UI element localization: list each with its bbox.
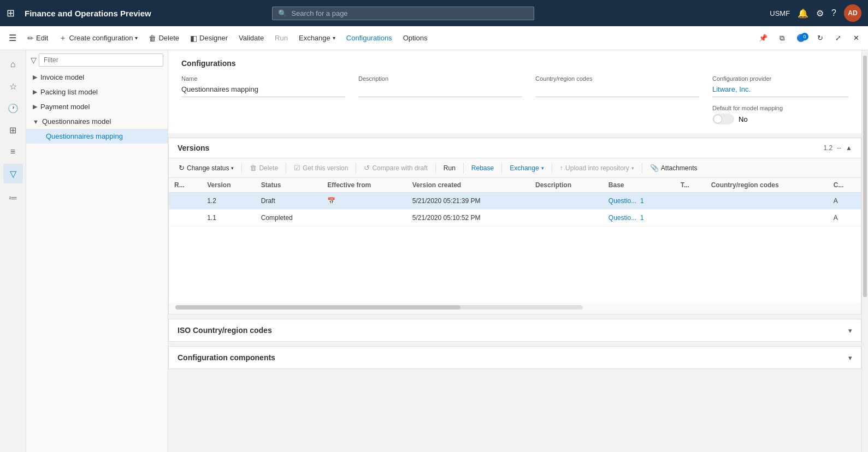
compare-with-draft-button[interactable]: ↺ Compare with draft: [359, 162, 432, 174]
versions-collapse-icon[interactable]: ▲: [846, 144, 852, 152]
edit-button[interactable]: ✏ Edit: [23, 32, 52, 45]
cell-status: Draft: [256, 193, 322, 210]
provider-field: Configuration provider Litware, Inc. Def…: [712, 75, 848, 124]
change-status-button[interactable]: ↻ Change status ▾: [174, 162, 238, 174]
delete-button[interactable]: 🗑 Delete: [144, 32, 184, 45]
edit-icon: ✏: [27, 34, 34, 43]
table-row[interactable]: 1.2 Draft 📅 5/21/2020 05:21:39 PM Questi…: [169, 193, 861, 210]
settings-icon[interactable]: ⚙: [816, 8, 824, 19]
name-value: Questionnaires mapping: [181, 84, 345, 97]
help-icon[interactable]: ?: [831, 8, 836, 18]
notifications-icon[interactable]: 🔔: [798, 8, 808, 19]
base-link[interactable]: Questio...: [609, 214, 636, 222]
username-label: USMF: [770, 9, 790, 17]
hamburger-btn[interactable]: ☰: [4, 31, 21, 45]
command-bar: ☰ ✏ Edit ＋ Create configuration ▾ 🗑 Dele…: [0, 26, 868, 50]
toolbar-divider: [241, 163, 242, 174]
tree-filter-input[interactable]: [39, 53, 163, 67]
star-icon[interactable]: ☆: [3, 76, 23, 96]
attachments-button[interactable]: 📎 Attachments: [646, 162, 702, 174]
toolbar-divider5: [463, 163, 464, 174]
country-label: Country/region codes: [535, 75, 699, 82]
avatar[interactable]: AD: [844, 4, 861, 22]
attachment-icon: 📎: [650, 164, 659, 172]
versions-dash: --: [837, 144, 841, 152]
right-scrollbar[interactable]: [861, 50, 868, 452]
notification-badge: 0: [801, 33, 808, 40]
table-row[interactable]: 1.1 Completed 5/21/2020 05:10:52 PM Ques…: [169, 210, 861, 227]
name-field: Name Questionnaires mapping: [181, 75, 345, 97]
badge-btn[interactable]: 🔵 0: [792, 32, 810, 44]
bars-icon[interactable]: ≔: [3, 188, 23, 207]
options-button[interactable]: Options: [399, 32, 432, 44]
grid-icon[interactable]: ⊞: [3, 120, 23, 140]
validate-button[interactable]: Validate: [234, 32, 268, 44]
cell-version-created: 5/21/2020 05:10:52 PM: [407, 210, 530, 227]
toolbar-divider6: [501, 163, 502, 174]
col-base: Base: [603, 178, 675, 193]
dropdown-arrow-icon: ▾: [135, 35, 138, 41]
configurations-button[interactable]: Configurations: [342, 32, 397, 44]
rebase-button[interactable]: Rebase: [467, 162, 498, 174]
cell-c: A: [828, 210, 861, 227]
col-description: Description: [530, 178, 603, 193]
upload-icon: ↑: [560, 164, 564, 172]
designer-icon: ◧: [190, 34, 197, 43]
exchange-button[interactable]: Exchange ▾: [294, 32, 340, 44]
provider-value[interactable]: Litware, Inc.: [712, 84, 848, 97]
tree-item-label: Questionnaires model: [42, 117, 111, 126]
create-config-button[interactable]: ＋ Create configuration ▾: [55, 31, 142, 45]
config-form-grid: Name Questionnaires mapping Description …: [181, 75, 848, 124]
search-bar[interactable]: 🔍 Search for a page: [272, 7, 534, 20]
tree-item-packing-list-model[interactable]: ▶ Packing list model: [26, 85, 168, 99]
list-icon[interactable]: ≡: [3, 142, 23, 162]
tree-item-questionnaires-model[interactable]: ▼ Questionnaires model: [26, 114, 168, 129]
upload-dropdown-icon: ▾: [631, 165, 634, 171]
base-num-link[interactable]: 1: [640, 197, 644, 205]
default-mapping-toggle[interactable]: [712, 114, 734, 124]
versions-delete-icon: 🗑: [250, 164, 257, 172]
col-version: Version: [202, 178, 256, 193]
close-button[interactable]: ✕: [849, 32, 864, 44]
tree-item-questionnaires-mapping[interactable]: Questionnaires mapping: [26, 129, 168, 144]
tree-item-invoice-model[interactable]: ▶ Invoice model: [26, 70, 168, 85]
versions-delete-button[interactable]: 🗑 Delete: [245, 162, 282, 174]
resize-handle[interactable]: [168, 50, 168, 452]
country-value: [535, 84, 699, 97]
designer-button[interactable]: ◧ Designer: [186, 32, 232, 45]
cell-t: [675, 193, 706, 210]
calendar-icon: 📅: [327, 197, 335, 205]
default-mapping-label: Default for model mapping: [712, 105, 848, 111]
toolbar-divider7: [552, 163, 552, 174]
get-this-version-button[interactable]: ☑ Get this version: [290, 162, 352, 174]
clock-icon[interactable]: 🕐: [3, 98, 23, 118]
plus-icon: ＋: [59, 33, 67, 43]
upload-into-repository-button[interactable]: ↑ Upload into repository ▾: [556, 162, 639, 174]
versions-table-head: R... Version Status Effective from Versi…: [169, 178, 861, 193]
open-new-icon[interactable]: ⤢: [831, 32, 846, 44]
tree-toolbar: ▽: [26, 50, 168, 70]
versions-run-button[interactable]: Run: [439, 162, 460, 174]
search-icon: 🔍: [278, 9, 287, 17]
versions-exchange-button[interactable]: Exchange ▾: [505, 162, 548, 174]
home-icon[interactable]: ⌂: [3, 55, 23, 74]
base-num-link[interactable]: 1: [640, 214, 644, 222]
run-button[interactable]: Run: [270, 32, 292, 44]
change-status-dropdown-icon: ▾: [231, 165, 234, 171]
horizontal-scrollbar[interactable]: [175, 305, 583, 310]
tree-filter-icon: ▽: [31, 56, 37, 64]
versions-table-header-row: R... Version Status Effective from Versi…: [169, 178, 861, 193]
pin-icon[interactable]: 📌: [754, 32, 772, 44]
tree-item-payment-model[interactable]: ▶ Payment model: [26, 99, 168, 114]
refresh-icon[interactable]: ↻: [813, 32, 828, 44]
change-status-icon: ↻: [179, 164, 185, 172]
config-components-header[interactable]: Configuration components ▾: [169, 347, 861, 368]
base-link[interactable]: Questio...: [609, 197, 636, 205]
cell-version: 1.1: [202, 210, 256, 227]
split-view-icon[interactable]: ⧉: [775, 32, 789, 45]
filter-icon[interactable]: ▽: [3, 164, 23, 183]
nav-right: USMF 🔔 ⚙ ? AD: [770, 4, 861, 22]
versions-controls: 1.2 -- ▲: [823, 144, 852, 152]
app-grid-icon[interactable]: ⊞: [7, 7, 15, 19]
iso-section-header[interactable]: ISO Country/region codes ▾: [169, 319, 861, 341]
